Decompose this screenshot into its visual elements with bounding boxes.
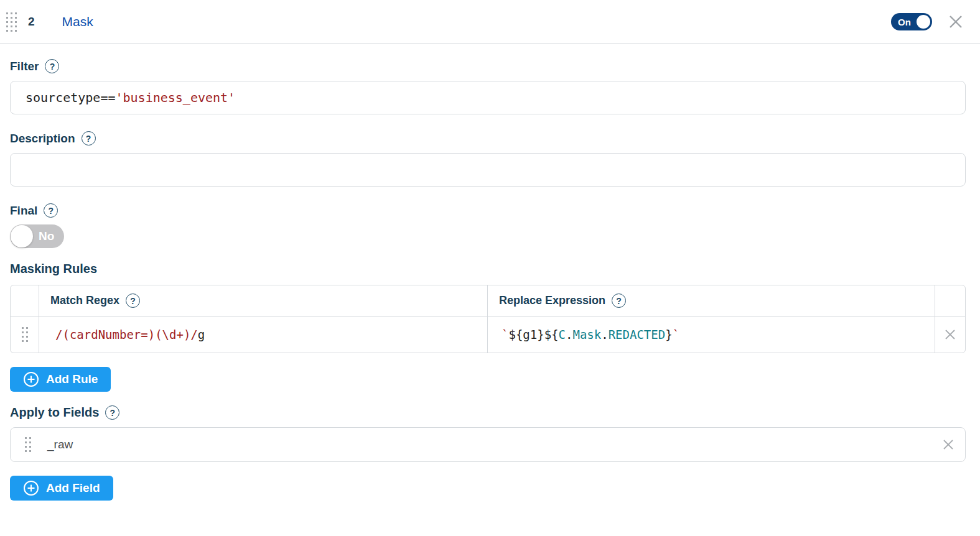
masking-rules-heading: Masking Rules [10,262,970,276]
rule-row: /(cardNumber=)(\d+)/g `${g1}${C.Mask.RED… [11,317,965,353]
description-label: Description [10,132,75,146]
enabled-toggle-label: On [898,17,911,27]
help-icon[interactable]: ? [105,405,119,420]
function-title[interactable]: Mask [62,14,93,29]
close-button[interactable] [947,13,964,30]
enabled-toggle[interactable]: On [891,13,932,30]
description-label-row: Description ? [10,131,970,146]
toggle-knob [917,15,930,29]
field-value[interactable]: _raw [47,438,73,451]
add-field-label: Add Field [46,481,100,495]
final-label: Final [10,204,37,218]
description-input[interactable] [10,153,966,187]
drag-column-header [11,285,39,316]
remove-icon [943,328,957,341]
drag-handle-icon[interactable] [24,436,32,453]
help-icon[interactable]: ? [126,293,140,308]
remove-icon [941,438,955,451]
remove-rule-button[interactable] [935,317,965,353]
help-icon[interactable]: ? [612,293,626,308]
replace-expression-header: Replace Expression ? [488,285,935,316]
drag-handle-icon[interactable] [5,11,18,33]
final-toggle-label: No [39,229,54,243]
plus-circle-icon [23,480,39,496]
filter-label-row: Filter ? [10,59,970,73]
apply-to-fields-label: Apply to Fields [10,405,99,420]
table-header-row: Match Regex ? Replace Expression ? [11,285,965,317]
match-regex-header: Match Regex ? [39,285,488,316]
masking-rules-table: Match Regex ? Replace Expression ? /(car… [10,285,966,353]
actions-column-header [935,285,965,316]
help-icon[interactable]: ? [44,203,58,218]
match-regex-input[interactable]: /(cardNumber=)(\d+)/g [39,317,488,353]
final-toggle[interactable]: No [10,224,64,248]
filter-label: Filter [10,60,39,73]
apply-to-fields-label-row: Apply to Fields ? [10,405,970,420]
function-index: 2 [28,15,35,29]
close-icon [947,13,964,30]
drag-handle-icon[interactable] [21,326,29,343]
rule-drag-cell [11,317,39,353]
add-field-button[interactable]: Add Field [10,476,113,501]
final-label-row: Final ? [10,203,970,218]
help-icon[interactable]: ? [45,59,59,73]
remove-field-button[interactable] [941,438,955,451]
field-row: _raw [10,427,966,462]
add-rule-button[interactable]: Add Rule [10,367,111,392]
filter-input[interactable]: sourcetype=='business_event' [10,81,966,114]
filter-value: sourcetype=='business_event' [11,90,235,105]
replace-expression-input[interactable]: `${g1}${C.Mask.REDACTED}` [488,317,935,353]
add-rule-label: Add Rule [46,372,98,386]
toggle-knob [11,225,33,247]
plus-circle-icon [23,371,39,387]
function-header: 2 Mask On [0,0,980,44]
help-icon[interactable]: ? [82,131,96,146]
